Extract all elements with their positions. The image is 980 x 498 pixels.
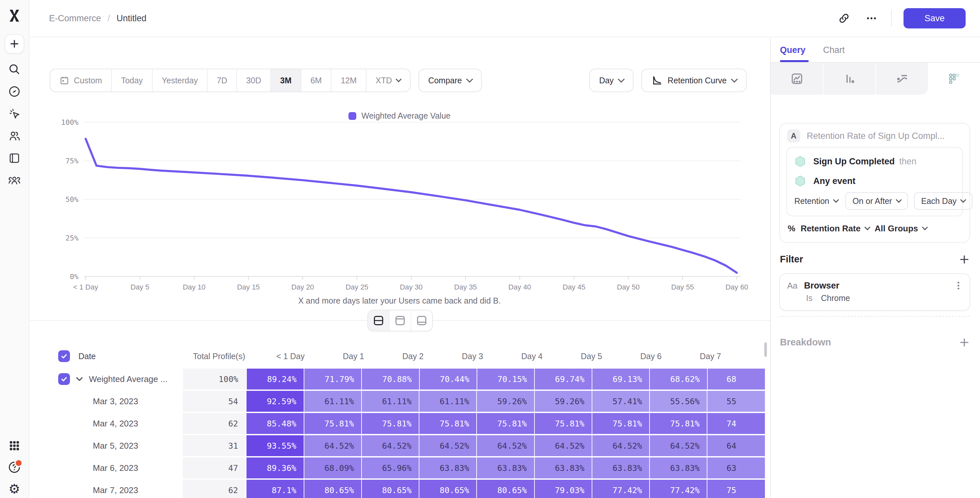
table-row[interactable]: Mar 7, 20236287.1%80.65%80.65%80.65%80.6… (48, 480, 765, 498)
layout-chart-only-button[interactable] (390, 310, 411, 331)
retention-cell[interactable]: 69.74% (535, 369, 592, 390)
table-scrollbar-thumb[interactable] (764, 342, 767, 357)
retention-cell[interactable]: 61.11% (304, 391, 361, 412)
notebook-panel-icon[interactable] (8, 152, 21, 165)
retention-cell[interactable]: 64.52% (535, 435, 592, 456)
retention-cell[interactable]: 65.96% (362, 457, 419, 478)
event-row-1[interactable]: Sign Up Completed then (794, 153, 955, 170)
filter-card[interactable]: Aa Browser Is Chrome (779, 273, 970, 311)
retention-cell-clipped[interactable]: 75 (707, 480, 765, 498)
query-title[interactable]: Retention Rate of Sign Up Compl... (807, 131, 945, 141)
retention-cell-clipped[interactable]: 64 (707, 435, 765, 456)
retention-cell[interactable]: 79.03% (535, 480, 592, 498)
explore-compass-icon[interactable] (8, 85, 21, 98)
filter-kebab-icon[interactable] (954, 280, 963, 291)
add-breakdown-button[interactable] (959, 337, 970, 348)
row-checkbox[interactable] (58, 350, 70, 362)
audience-users-icon[interactable] (8, 129, 21, 142)
type-insights-button[interactable] (771, 63, 823, 95)
range-12m[interactable]: 12M (331, 69, 366, 91)
range-custom[interactable]: Custom (50, 69, 112, 91)
filter-operator[interactable]: Is (806, 293, 812, 303)
layout-split-button[interactable] (368, 310, 390, 331)
retention-cell[interactable]: 87.1% (247, 480, 303, 498)
retention-cell[interactable]: 64.52% (592, 435, 649, 456)
retention-cell[interactable]: 75.81% (592, 413, 649, 434)
retention-cell[interactable]: 68.62% (650, 369, 707, 390)
range-today[interactable]: Today (112, 69, 153, 91)
retention-cell[interactable]: 75.81% (362, 413, 419, 434)
retention-cell[interactable]: 89.24% (247, 369, 304, 390)
type-bar-chart-button[interactable] (823, 63, 876, 95)
more-options-icon[interactable] (864, 10, 879, 26)
retention-cell[interactable]: 64.52% (362, 435, 419, 456)
table-row[interactable]: Mar 6, 20234789.36%68.09%65.96%63.83%63.… (48, 457, 765, 478)
app-logo-icon[interactable] (7, 8, 22, 23)
tab-chart[interactable]: Chart (823, 45, 845, 55)
retention-cell[interactable]: 71.79% (304, 369, 361, 390)
filter-value[interactable]: Chrome (821, 293, 850, 303)
retention-cell[interactable]: 64.52% (304, 435, 361, 456)
search-nav-icon[interactable] (8, 63, 21, 76)
retention-cell[interactable]: 75.81% (304, 413, 361, 434)
filter-property[interactable]: Browser (804, 281, 840, 291)
retention-cell[interactable]: 77.42% (592, 480, 649, 498)
retention-cell[interactable]: 75.81% (535, 413, 592, 434)
table-row[interactable]: Mar 3, 20235492.59%61.11%61.11%61.11%59.… (48, 391, 765, 412)
settings-gear-icon[interactable]: ⚙ (8, 482, 21, 495)
cohorts-users-icon[interactable] (8, 174, 21, 187)
retention-cell[interactable]: 64.52% (419, 435, 476, 456)
retention-cell[interactable]: 70.88% (362, 369, 419, 390)
retention-cell[interactable]: 63.83% (419, 457, 476, 478)
retention-cell[interactable]: 63.83% (592, 457, 649, 478)
retention-cell-clipped[interactable]: 63 (707, 457, 765, 478)
help-button[interactable] (8, 461, 21, 474)
retention-cell[interactable]: 75.81% (419, 413, 476, 434)
save-button[interactable]: Save (904, 8, 966, 29)
retention-cell[interactable]: 70.15% (477, 369, 534, 390)
retention-cell[interactable]: 75.81% (477, 413, 534, 434)
apps-grid-icon[interactable] (8, 439, 21, 452)
table-row[interactable]: Weighted Average ...100%89.24%71.79%70.8… (48, 369, 765, 390)
retention-cell[interactable]: 63.83% (477, 457, 534, 478)
retention-curve-chart[interactable]: 100%75%50%25%0%< 1 DayDay 5Day 10Day 15D… (48, 118, 751, 291)
retention-cell[interactable]: 75.81% (650, 413, 707, 434)
type-funnel-button[interactable] (876, 63, 928, 95)
row-checkbox[interactable] (58, 373, 70, 385)
retention-cell[interactable]: 93.55% (247, 435, 303, 456)
retention-cell[interactable]: 55.56% (650, 391, 707, 412)
range-30d[interactable]: 30D (237, 69, 271, 91)
table-row[interactable]: Mar 4, 20236285.48%75.81%75.81%75.81%75.… (48, 413, 765, 434)
range-yesterday[interactable]: Yesterday (153, 69, 208, 91)
retention-cell-clipped[interactable]: 55 (707, 391, 765, 412)
event-row-2[interactable]: Any event (794, 173, 955, 189)
retention-cell[interactable]: 61.11% (362, 391, 419, 412)
retention-cell-clipped[interactable]: 68 (708, 369, 765, 390)
retention-cell[interactable]: 80.65% (362, 480, 419, 498)
retention-cell[interactable]: 77.42% (650, 480, 707, 498)
retention-cell[interactable]: 59.26% (477, 391, 534, 412)
breadcrumb-workspace[interactable]: E-Commerce (49, 13, 101, 24)
retention-cell[interactable]: 63.83% (535, 457, 592, 478)
tab-query[interactable]: Query (780, 45, 805, 55)
retention-cell[interactable]: 68.09% (304, 457, 361, 478)
retention-cell[interactable]: 80.65% (304, 480, 361, 498)
retention-cell[interactable]: 64.52% (477, 435, 534, 456)
retention-cell[interactable]: 92.59% (247, 391, 303, 412)
retention-cell[interactable]: 70.44% (420, 369, 477, 390)
events-cursor-icon[interactable] (8, 107, 21, 120)
event-name[interactable]: Sign Up Completed (813, 156, 895, 167)
expand-chevron-icon[interactable] (76, 377, 83, 381)
retention-cell-clipped[interactable]: 74 (707, 413, 765, 434)
retention-mode-dropdown[interactable]: Retention (794, 192, 840, 210)
retention-cell[interactable]: 69.13% (592, 369, 649, 390)
retention-cell[interactable]: 80.65% (419, 480, 476, 498)
interval-dropdown[interactable]: Each Day (914, 192, 972, 210)
range-xtd[interactable]: XTD (366, 69, 410, 91)
layout-table-only-button[interactable] (411, 310, 432, 331)
window-dropdown[interactable]: On or After (845, 192, 908, 210)
chart-type-button[interactable]: Retention Curve (641, 68, 747, 92)
share-link-icon[interactable] (836, 10, 852, 26)
type-retention-button[interactable] (928, 63, 980, 95)
breadcrumb-report-title[interactable]: Untitled (117, 13, 147, 24)
